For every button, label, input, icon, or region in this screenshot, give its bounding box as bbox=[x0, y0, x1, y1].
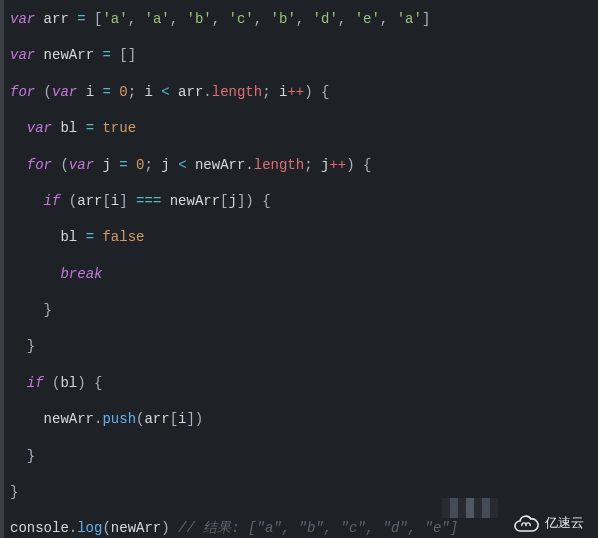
code-line: if (bl) { bbox=[10, 374, 598, 392]
token-plus2: ++ bbox=[329, 157, 346, 173]
token-id bbox=[10, 375, 27, 391]
token-id: newArr bbox=[35, 47, 102, 63]
token-id: arr bbox=[77, 193, 102, 209]
token-id: arr bbox=[35, 11, 77, 27]
token-num: 0 bbox=[119, 84, 127, 100]
token-punc: } bbox=[10, 302, 52, 318]
code-line: } bbox=[10, 483, 598, 501]
token-id: j bbox=[161, 157, 178, 173]
token-id bbox=[10, 157, 27, 173]
token-fn: push bbox=[102, 411, 136, 427]
token-bool: true bbox=[102, 120, 136, 136]
token-punc: . bbox=[69, 520, 77, 536]
token-id bbox=[10, 193, 44, 209]
code-line: if (arr[i] === newArr[j]) { bbox=[10, 192, 598, 210]
token-punc: ] bbox=[422, 11, 430, 27]
token-punc: , bbox=[128, 11, 145, 27]
code-line: } bbox=[10, 337, 598, 355]
token-id: i bbox=[111, 193, 119, 209]
token-punc: , bbox=[170, 11, 187, 27]
watermark-text: 亿速云 bbox=[545, 515, 584, 532]
token-punc: ; bbox=[128, 84, 145, 100]
token-str: 'c' bbox=[229, 11, 254, 27]
token-punc: } bbox=[10, 448, 35, 464]
token-fn: log bbox=[77, 520, 102, 536]
token-punc: , bbox=[254, 11, 271, 27]
token-str: 'a' bbox=[102, 11, 127, 27]
token-id bbox=[10, 266, 60, 282]
token-id: newArr bbox=[111, 520, 161, 536]
token-kw: var bbox=[52, 84, 77, 100]
token-str: 'a' bbox=[397, 11, 422, 27]
token-bool: false bbox=[102, 229, 144, 245]
code-block: var arr = ['a', 'a', 'b', 'c', 'b', 'd',… bbox=[0, 0, 598, 537]
code-line bbox=[10, 428, 598, 446]
token-punc: , bbox=[296, 11, 313, 27]
watermark: 亿速云 bbox=[513, 514, 584, 532]
token-id: bl bbox=[52, 120, 86, 136]
code-line bbox=[10, 465, 598, 483]
token-kw: var bbox=[27, 120, 52, 136]
token-punc: . bbox=[245, 157, 253, 173]
token-punc: . bbox=[203, 84, 211, 100]
token-id: j bbox=[94, 157, 119, 173]
editor-gutter bbox=[0, 0, 4, 538]
code-line bbox=[10, 65, 598, 83]
token-id: newArr bbox=[161, 193, 220, 209]
token-op: = bbox=[86, 120, 94, 136]
token-str: 'd' bbox=[313, 11, 338, 27]
code-line bbox=[10, 210, 598, 228]
token-str: 'e' bbox=[355, 11, 380, 27]
token-punc: ; bbox=[145, 157, 162, 173]
token-punc: } bbox=[10, 484, 18, 500]
code-line: } bbox=[10, 447, 598, 465]
token-punc: ]) { bbox=[237, 193, 271, 209]
code-line bbox=[10, 101, 598, 119]
token-punc: ) { bbox=[304, 84, 329, 100]
token-str: 'b' bbox=[271, 11, 296, 27]
code-line bbox=[10, 246, 598, 264]
token-id bbox=[128, 157, 136, 173]
code-line bbox=[10, 137, 598, 155]
code-line: newArr.push(arr[i]) bbox=[10, 410, 598, 428]
code-line: var arr = ['a', 'a', 'b', 'c', 'b', 'd',… bbox=[10, 10, 598, 28]
code-line: var bl = true bbox=[10, 119, 598, 137]
token-str: 'b' bbox=[187, 11, 212, 27]
token-id: arr bbox=[144, 411, 169, 427]
token-kw: if bbox=[27, 375, 44, 391]
token-punc: ( bbox=[35, 84, 52, 100]
code-line bbox=[10, 28, 598, 46]
pixelation-overlay bbox=[442, 498, 498, 518]
token-kw: var bbox=[69, 157, 94, 173]
code-line bbox=[10, 501, 598, 519]
token-punc: ; bbox=[262, 84, 279, 100]
token-op: === bbox=[136, 193, 161, 209]
code-line: } bbox=[10, 301, 598, 319]
code-line: for (var i = 0; i < arr.length; i++) { bbox=[10, 83, 598, 101]
token-plus2: ++ bbox=[287, 84, 304, 100]
token-punc: [] bbox=[111, 47, 136, 63]
token-kw: for bbox=[27, 157, 52, 173]
token-id: i bbox=[77, 84, 102, 100]
token-id: bl bbox=[10, 229, 86, 245]
token-id: newArr bbox=[187, 157, 246, 173]
code-line bbox=[10, 283, 598, 301]
token-kw: for bbox=[10, 84, 35, 100]
token-op: = bbox=[77, 11, 85, 27]
token-op: = bbox=[102, 47, 110, 63]
code-line: console.log(newArr) // 结果: ["a", "b", "c… bbox=[10, 519, 598, 537]
code-line: break bbox=[10, 265, 598, 283]
token-op: = bbox=[102, 84, 110, 100]
token-op: < bbox=[161, 84, 169, 100]
token-punc: , bbox=[338, 11, 355, 27]
token-id: newArr bbox=[10, 411, 94, 427]
code-line bbox=[10, 174, 598, 192]
token-op: = bbox=[119, 157, 127, 173]
token-punc: ]) bbox=[186, 411, 203, 427]
token-id: arr bbox=[170, 84, 204, 100]
token-punc: ( bbox=[60, 193, 77, 209]
token-op: < bbox=[178, 157, 186, 173]
token-punc: } bbox=[10, 338, 35, 354]
token-punc: ) bbox=[161, 520, 178, 536]
token-prop: length bbox=[254, 157, 304, 173]
